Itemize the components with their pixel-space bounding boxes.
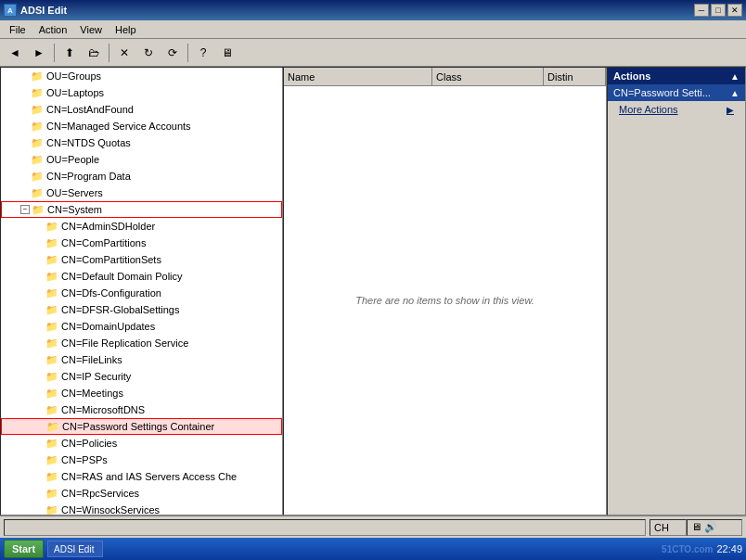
tree-label: CN=File Replication Service [61,337,188,349]
console-button[interactable]: 🖥 [216,42,238,64]
refresh-button[interactable]: ↻ [137,42,160,64]
actions-subheader-label: CN=Password Setti... [613,87,711,98]
status-right: CH [650,519,687,536]
tree-item-policies[interactable]: 📁 CN=Policies [1,435,282,452]
folder-icon: 📁 [31,121,44,132]
menu-file[interactable]: File [4,22,32,37]
up-button[interactable]: ⬆ [58,42,81,64]
tree-item-lostandfound[interactable]: 📁 CN=LostAndFound [1,101,282,118]
tree-label: CN=FileLinks [61,354,122,365]
tree-item-ntdsquotas[interactable]: 📁 CN=NTDS Quotas [1,134,282,151]
tree-item-ouservers[interactable]: 📁 OU=Servers [1,185,282,201]
tree-item-microsoftdns[interactable]: 📁 CN=MicrosoftDNS [1,401,282,418]
tree-item-compartitionsets[interactable]: 📁 CN=ComPartitionSets [1,251,282,268]
tree-item-meetings[interactable]: 📁 CN=Meetings [1,385,282,401]
close-button[interactable]: ✕ [727,4,742,17]
tree-item-oupeople[interactable]: 📁 OU=People [1,151,282,168]
tree-item-ras[interactable]: 📁 CN=RAS and IAS Servers Access Che [1,468,282,485]
tree-item-rpcservices[interactable]: 📁 CN=RpcServices [1,485,282,502]
taskbar: Start ADSI Edit 51CTO.com 22:49 [0,538,746,560]
main-content: 📁 OU=Groups 📁 OU=Laptops 📁 CN=LostAndFou… [0,67,746,515]
tree-item-defaultdomainpolicy[interactable]: 📁 CN=Default Domain Policy [1,268,282,285]
tree-label: CN=NTDS Quotas [46,137,131,148]
tree-item-passwordsettings[interactable]: 📁 CN=Password Settings Container [1,418,282,435]
tree-label: OU=Laptops [46,87,104,98]
back-button[interactable]: ◄ [4,42,26,64]
taskbar-item-label: ADSI Edit [54,544,94,554]
tree-label: OU=People [46,154,99,165]
tree-item-programdata[interactable]: 📁 CN=Program Data [1,168,282,185]
empty-text: There are no items to show in this view. [355,295,534,306]
delete-button[interactable]: ✕ [113,42,135,64]
folder-icon: 📁 [31,171,44,182]
col-name[interactable]: Name [284,68,432,85]
folder-button[interactable]: 🗁 [83,42,105,64]
menu-view[interactable]: View [74,22,108,37]
menu-help[interactable]: Help [109,22,142,37]
col-class[interactable]: Class [432,68,544,85]
tree-label: CN=IP Security [61,371,131,382]
tree-label: OU=Groups [46,70,101,82]
folder-icon: 📁 [45,388,58,399]
window-title: ADSI Edit [20,5,67,16]
folder-icon: 📁 [31,187,44,198]
folder-icon: 📁 [45,454,58,465]
folder-icon: 📁 [45,471,58,482]
tree-label: CN=ComPartitionSets [61,254,161,265]
taskbar-time: 22:49 [716,543,742,554]
status-right-text: CH [654,522,669,533]
maximize-button[interactable]: □ [711,4,726,17]
detail-empty-message: There are no items to show in this view. [284,86,606,515]
status-bar: CH 🖥 🔊 [0,515,746,538]
tree-item-frs[interactable]: 📁 CN=File Replication Service [1,335,282,351]
watermark-text: 51CTO.com [662,544,713,554]
more-actions-item[interactable]: More Actions ▶ [608,101,745,118]
forward-button[interactable]: ► [28,42,50,64]
app-icon: A [4,4,17,17]
tree-label: CN=System [47,204,102,215]
tree-label: CN=Dfs-Configuration [61,287,161,299]
tree-item-dfs[interactable]: 📁 CN=Dfs-Configuration [1,285,282,301]
tree-label: CN=Managed Service Accounts [46,121,191,132]
refresh2-button[interactable]: ⟳ [161,42,184,64]
status-icons: 🖥 🔊 [687,519,742,536]
tree-item-filelinks[interactable]: 📁 CN=FileLinks [1,351,282,368]
tree-label: CN=MicrosoftDNS [61,404,145,415]
tree-item-managed[interactable]: 📁 CN=Managed Service Accounts [1,118,282,134]
folder-icon: 📁 [45,304,58,315]
help-button[interactable]: ? [192,42,214,64]
folder-icon: 📁 [45,237,58,248]
tree-item-dfsr[interactable]: 📁 CN=DFSR-GlobalSettings [1,301,282,318]
detail-panel: Name Class Distin There are no items to … [283,67,607,515]
col-distin[interactable]: Distin [544,68,606,85]
tree-item-winsock[interactable]: 📁 CN=WinsockServices [1,502,282,515]
tree-item-psps[interactable]: 📁 CN=PSPs [1,452,282,468]
title-controls: ─ □ ✕ [694,4,742,17]
start-label: Start [12,543,35,554]
tree-scroll[interactable]: 📁 OU=Groups 📁 OU=Laptops 📁 CN=LostAndFou… [1,68,282,515]
tree-item-oulaptops[interactable]: 📁 OU=Laptops [1,84,282,101]
tree-item-compartitions[interactable]: 📁 CN=ComPartitions [1,235,282,251]
taskbar-adsi-item[interactable]: ADSI Edit [47,541,103,557]
folder-icon: 📁 [45,438,58,449]
tree-item-ipsecurity[interactable]: 📁 CN=IP Security [1,368,282,385]
folder-icon: 📁 [31,87,44,98]
folder-icon: 📁 [45,221,58,232]
tree-item-adminsdholder[interactable]: 📁 CN=AdminSDHolder [1,218,282,235]
tree-label: CN=Program Data [46,171,131,182]
expand-system-button[interactable]: − [20,205,30,214]
more-actions-arrow-icon: ▶ [727,105,734,115]
start-button[interactable]: Start [4,540,44,558]
tree-item-ougroups[interactable]: 📁 OU=Groups [1,68,282,84]
actions-header: Actions ▲ [608,68,745,84]
tree-item-domainupdates[interactable]: 📁 CN=DomainUpdates [1,318,282,335]
folder-icon: 📁 [32,204,45,215]
tree-label: CN=RAS and IAS Servers Access Che [61,471,237,482]
menu-action[interactable]: Action [33,22,73,37]
minimize-button[interactable]: ─ [694,4,709,17]
tree-label: CN=AdminSDHolder [61,221,155,232]
actions-subheader[interactable]: CN=Password Setti... ▲ [608,84,745,101]
right-area: Name Class Distin There are no items to … [283,67,746,515]
actions-panel: Actions ▲ CN=Password Setti... ▲ More Ac… [607,67,746,515]
tree-item-cnsystem[interactable]: − 📁 CN=System [1,201,282,218]
